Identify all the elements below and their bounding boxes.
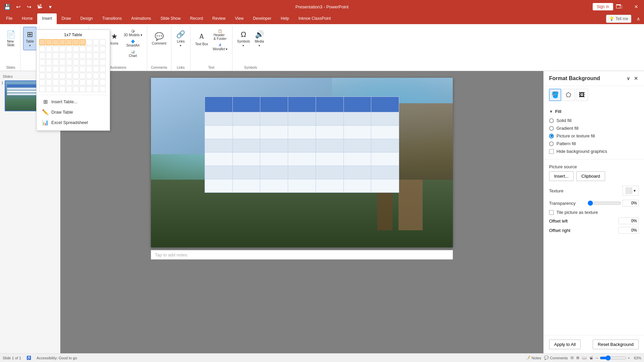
pattern-fill-radio[interactable] bbox=[549, 141, 554, 146]
grid-cell[interactable] bbox=[86, 73, 92, 79]
grid-cell[interactable] bbox=[73, 66, 79, 72]
fill-section-header[interactable]: ▼ Fill bbox=[549, 106, 639, 117]
transparency-value-input[interactable] bbox=[623, 200, 638, 206]
accessibility-status[interactable]: Accessibility: Good to go bbox=[37, 356, 77, 360]
symbols-button[interactable]: Ω Symbols ▾ bbox=[235, 27, 252, 50]
grid-cell[interactable] bbox=[59, 73, 65, 79]
slide-table-container[interactable] bbox=[205, 97, 399, 193]
grid-cell[interactable] bbox=[79, 59, 86, 65]
grid-cell[interactable] bbox=[66, 66, 72, 72]
grid-cell[interactable] bbox=[53, 59, 59, 65]
close-button[interactable]: ✕ bbox=[629, 0, 644, 13]
reading-view-button[interactable]: 📖 bbox=[582, 356, 587, 360]
grid-cell[interactable] bbox=[86, 86, 92, 92]
tab-animations[interactable]: Animations bbox=[126, 13, 156, 24]
tab-home[interactable]: Home bbox=[17, 13, 37, 24]
gradient-fill-option[interactable]: Gradient fill bbox=[549, 126, 639, 131]
insert-picture-button[interactable]: Insert... bbox=[549, 171, 574, 181]
redo-icon[interactable]: ↪ bbox=[24, 2, 34, 11]
grid-cell[interactable] bbox=[86, 79, 92, 85]
excel-spreadsheet-item[interactable]: 📊 Excel Spreadsheet bbox=[39, 117, 107, 128]
save-icon[interactable]: 💾 bbox=[3, 2, 12, 11]
grid-cell[interactable] bbox=[79, 46, 86, 52]
grid-cell[interactable] bbox=[79, 39, 86, 45]
grid-cell[interactable] bbox=[46, 73, 52, 79]
zoom-out-icon[interactable]: ─ bbox=[596, 356, 598, 360]
grid-cell[interactable] bbox=[66, 46, 72, 52]
reset-background-button[interactable]: Reset Background bbox=[593, 340, 639, 349]
grid-cell[interactable] bbox=[100, 73, 106, 79]
grid-cell[interactable] bbox=[100, 86, 106, 92]
grid-cell[interactable] bbox=[53, 46, 59, 52]
comment-button[interactable]: 💬 Comment bbox=[150, 27, 168, 50]
grid-cell[interactable] bbox=[93, 46, 99, 52]
present-icon[interactable]: 📽 bbox=[35, 2, 44, 11]
grid-cell[interactable] bbox=[93, 39, 99, 45]
grid-cell[interactable] bbox=[66, 86, 72, 92]
tile-picture-option[interactable]: Tile picture as texture bbox=[549, 208, 639, 216]
grid-cell[interactable] bbox=[46, 66, 52, 72]
3d-models-button[interactable]: 🎲 3D Models ▾ bbox=[122, 28, 144, 38]
clipboard-button[interactable]: Clipboard bbox=[576, 171, 605, 181]
grid-cell[interactable] bbox=[86, 59, 92, 65]
grid-cell[interactable] bbox=[53, 79, 59, 85]
solid-fill-option[interactable]: Solid fill bbox=[549, 118, 639, 123]
chart-button[interactable]: 📊 Chart bbox=[122, 49, 144, 59]
grid-cell[interactable] bbox=[73, 39, 79, 45]
grid-cell[interactable] bbox=[86, 39, 92, 45]
grid-cell[interactable] bbox=[93, 73, 99, 79]
hide-background-option[interactable]: Hide background graphics bbox=[549, 149, 639, 154]
grid-cell[interactable] bbox=[46, 86, 52, 92]
normal-view-button[interactable]: ⊟ bbox=[571, 356, 574, 360]
tab-review[interactable]: Review bbox=[208, 13, 230, 24]
panel-tab-picture[interactable]: 🖼 bbox=[576, 89, 588, 101]
grid-cell[interactable] bbox=[66, 79, 72, 85]
maximize-button[interactable]: □ bbox=[613, 0, 629, 13]
tab-developer[interactable]: Developer bbox=[248, 13, 276, 24]
zoom-controls[interactable]: ─ + 63% bbox=[596, 355, 641, 361]
grid-cell[interactable] bbox=[73, 79, 79, 85]
tab-file[interactable]: File bbox=[1, 13, 17, 24]
links-button[interactable]: 🔗 Links ▾ bbox=[174, 27, 187, 50]
slide-canvas[interactable] bbox=[151, 78, 453, 247]
pattern-fill-option[interactable]: Pattern fill bbox=[549, 141, 639, 146]
zoom-slider[interactable] bbox=[600, 355, 627, 361]
grid-cell[interactable] bbox=[100, 53, 106, 59]
grid-cell[interactable] bbox=[100, 66, 106, 72]
table-grid[interactable] bbox=[39, 39, 107, 92]
zoom-level[interactable]: 63% bbox=[631, 356, 641, 360]
grid-cell[interactable] bbox=[86, 46, 92, 52]
grid-cell[interactable] bbox=[59, 46, 65, 52]
transparency-slider[interactable] bbox=[588, 200, 621, 206]
customize-icon[interactable]: ▾ bbox=[46, 2, 55, 11]
grid-cell[interactable] bbox=[59, 53, 65, 59]
slide-sorter-button[interactable]: ⊞ bbox=[576, 356, 579, 360]
panel-close-button[interactable]: ✕ bbox=[633, 75, 639, 82]
grid-cell[interactable] bbox=[86, 53, 92, 59]
textbox-button[interactable]: Ａ Text Box bbox=[193, 27, 210, 50]
grid-cell[interactable] bbox=[100, 79, 106, 85]
smartart-button[interactable]: 🔷 SmartArt bbox=[122, 39, 144, 48]
draw-table-item[interactable]: ✏️ Draw Table bbox=[39, 107, 107, 117]
undo-icon[interactable]: ↩ bbox=[13, 2, 23, 11]
ribbon-collapse-button[interactable]: ∧ bbox=[634, 13, 643, 24]
media-button[interactable]: 🔊 Media ▾ bbox=[253, 27, 266, 50]
grid-cell[interactable] bbox=[93, 86, 99, 92]
grid-cell[interactable] bbox=[79, 66, 86, 72]
grid-cell[interactable] bbox=[73, 53, 79, 59]
texture-select[interactable]: ▾ bbox=[623, 186, 639, 196]
grid-cell[interactable] bbox=[46, 79, 52, 85]
new-slide-button[interactable]: 📄 NewSlide bbox=[4, 27, 17, 50]
offset-left-input[interactable] bbox=[619, 218, 638, 224]
tile-picture-checkbox[interactable] bbox=[549, 210, 554, 215]
grid-cell[interactable] bbox=[93, 53, 99, 59]
solid-fill-radio[interactable] bbox=[549, 118, 554, 123]
tab-slideshow[interactable]: Slide Show bbox=[156, 13, 185, 24]
grid-cell[interactable] bbox=[100, 46, 106, 52]
notes-bar[interactable]: Tap to add notes bbox=[151, 250, 453, 259]
grid-cell[interactable] bbox=[100, 59, 106, 65]
tell-me-input[interactable]: 💡 Tell me bbox=[606, 15, 631, 23]
apply-to-all-button[interactable]: Apply to All bbox=[549, 340, 581, 349]
tab-transitions[interactable]: Transitions bbox=[98, 13, 126, 24]
panel-tab-effects[interactable]: ⬠ bbox=[562, 89, 575, 101]
